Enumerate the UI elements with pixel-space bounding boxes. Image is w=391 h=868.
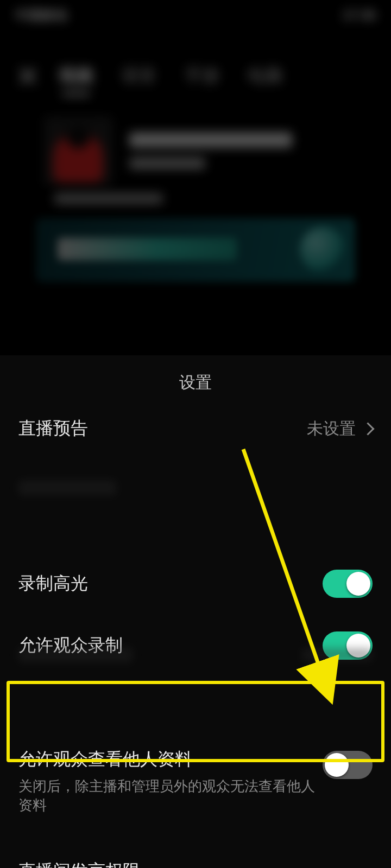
status-bar: 中国移动 17:36 <box>0 0 391 30</box>
toggle-knob <box>325 753 349 777</box>
toggle-allow-view-profile[interactable] <box>323 751 373 779</box>
profile-card <box>43 116 292 186</box>
promo-banner-text <box>58 238 237 260</box>
promo-banner[interactable] <box>36 218 355 282</box>
profile-extra-placeholder <box>54 193 163 204</box>
row-record-highlight: 录制高光 <box>0 556 391 612</box>
settings-sheet: 设置 直播预告 未设置 录制高光 允许观众录制 允许观众查看他人资料 关闭后，除… <box>0 355 391 868</box>
tab-bar: 视频 语音 手游 电脑 <box>59 64 282 88</box>
row-allow-audience-record: 允许观众录制 <box>0 617 391 674</box>
toggle-record-highlight[interactable] <box>323 570 373 598</box>
chevron-right-icon <box>361 422 374 435</box>
tab-video[interactable]: 视频 <box>59 64 93 88</box>
row-label: 录制高光 <box>18 572 88 596</box>
profile-sub-placeholder <box>129 157 205 169</box>
row-live-preview[interactable]: 直播预告 未设置 <box>0 413 391 455</box>
sheet-title: 设置 <box>0 355 391 413</box>
avatar[interactable] <box>43 116 113 186</box>
hidden-row-placeholder-2 <box>18 646 373 663</box>
tab-mobile[interactable]: 手游 <box>185 64 219 88</box>
toggle-knob <box>346 572 370 596</box>
tab-audio[interactable]: 语音 <box>122 64 156 88</box>
status-time: 17:36 <box>343 8 376 23</box>
top-nav: 视频 语音 手游 电脑 <box>0 54 391 98</box>
row-label: 直播间发言权限 <box>18 859 140 868</box>
status-carrier: 中国移动 <box>15 7 67 24</box>
row-speak-permission[interactable]: 直播间发言权限 <box>0 845 391 868</box>
tab-pc[interactable]: 电脑 <box>248 64 282 88</box>
hidden-row-placeholder <box>18 480 116 495</box>
row-label: 允许观众查看他人资料 <box>18 748 323 771</box>
row-value: 未设置 <box>307 418 356 440</box>
close-icon[interactable] <box>15 63 40 88</box>
row-desc: 关闭后，除主播和管理员外的观众无法查看他人资料 <box>18 777 323 815</box>
profile-name-placeholder <box>129 132 292 148</box>
row-allow-view-profile: 允许观众查看他人资料 关闭后，除主播和管理员外的观众无法查看他人资料 <box>0 733 391 829</box>
row-label: 直播预告 <box>18 417 88 441</box>
